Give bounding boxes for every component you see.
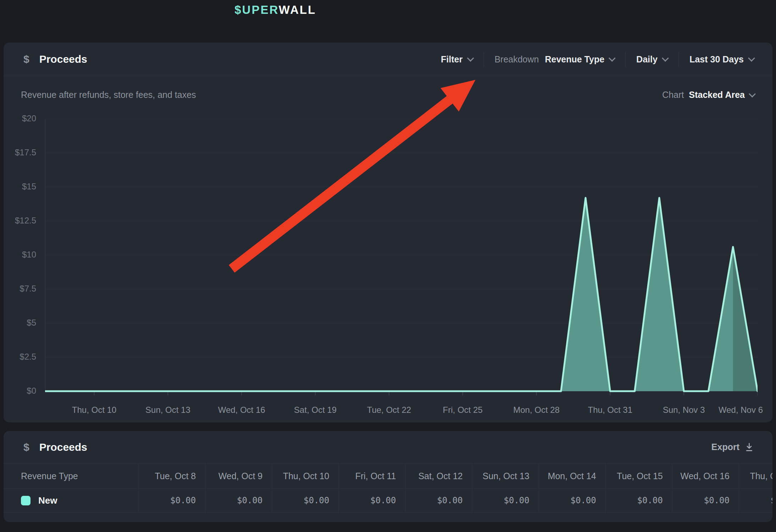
y-tick-label: $17.5: [4, 148, 36, 157]
chart-card-title: Proceeds: [39, 53, 87, 65]
x-tick-label: Wed, Oct 16: [218, 405, 265, 415]
x-tick-label: Thu, Oct 10: [72, 405, 116, 415]
interval-value: Daily: [636, 54, 657, 65]
x-tick-label: Sun, Nov 3: [663, 405, 705, 415]
date-range-value: Last 30 Days: [689, 54, 744, 65]
chart-controls: Filter Breakdown Revenue Type Daily Last…: [430, 52, 754, 67]
date-column-header: Tue, Oct 8: [138, 464, 205, 488]
chevron-down-icon: [609, 55, 616, 62]
top-bar: $UPERWALL: [0, 0, 776, 43]
breakdown-dropdown[interactable]: Breakdown Revenue Type: [484, 54, 626, 65]
table-card-title: Proceeds: [39, 441, 87, 453]
chart-type-value: Stacked Area: [689, 90, 745, 100]
table-card-header: $ Proceeds Export: [4, 431, 772, 464]
logo-accent-text: $UPER: [235, 3, 279, 16]
row-label-cell: New: [4, 489, 138, 512]
date-column-header: Wed, Oct 16: [672, 464, 739, 488]
x-tick-label: Fri, Oct 25: [443, 405, 483, 415]
chevron-down-icon: [749, 90, 756, 98]
date-column-header: Thu, Oct 10: [272, 464, 339, 488]
y-tick-label: $7.5: [4, 284, 36, 294]
x-tick-label: Wed, Nov 6: [719, 405, 763, 415]
date-range-dropdown[interactable]: Last 30 Days: [679, 54, 754, 65]
date-column-header: Sat, Oct 12: [405, 464, 472, 488]
interval-dropdown[interactable]: Daily: [626, 54, 678, 65]
x-tick-label: Sun, Oct 13: [145, 405, 191, 415]
logo-rest-text: WALL: [279, 3, 316, 16]
chart-card-header: $ Proceeds Filter Breakdown Revenue Type…: [4, 43, 772, 76]
date-column-header: Wed, Oct 9: [205, 464, 272, 488]
chart-subtitle: Revenue after refunds, store fees, and t…: [21, 90, 196, 100]
y-tick-label: $0: [4, 386, 36, 396]
dollar-icon: $: [23, 53, 29, 65]
chart-type-label: Chart: [662, 90, 684, 100]
value-cell: $0.00: [539, 489, 605, 512]
value-cell: $0.00: [605, 489, 672, 512]
value-cell: $0.00: [739, 489, 772, 512]
value-cell: $0.00: [339, 489, 405, 512]
filter-dropdown[interactable]: Filter: [430, 54, 484, 65]
date-column-header: Fri, Oct 11: [339, 464, 405, 488]
date-column-header: Mon, Oct 14: [539, 464, 605, 488]
breakdown-value: Revenue Type: [545, 54, 605, 65]
chart-type-dropdown[interactable]: Chart Stacked Area: [662, 90, 755, 100]
filter-label: Filter: [441, 54, 463, 65]
x-tick-label: Mon, Oct 28: [513, 405, 560, 415]
legend-swatch: [21, 496, 31, 505]
date-column-header: Sun, Oct 13: [472, 464, 539, 488]
value-cell: $0.00: [138, 489, 205, 512]
revenue-type-column-header: Revenue Type: [4, 464, 138, 488]
table-data-row: New $0.00$0.00$0.00$0.00$0.00$0.00$0.00$…: [4, 489, 772, 512]
x-tick-label: Tue, Oct 22: [367, 405, 411, 415]
value-cell: $0.00: [672, 489, 739, 512]
proceeds-chart-card: $ Proceeds Filter Breakdown Revenue Type…: [4, 43, 772, 422]
date-column-header: Tue, Oct 15: [605, 464, 672, 488]
x-tick-label: Thu, Oct 31: [588, 405, 632, 415]
chevron-down-icon: [467, 55, 474, 62]
export-label: Export: [711, 442, 739, 452]
y-tick-label: $20: [4, 113, 36, 123]
x-tick-label: Sat, Oct 19: [294, 405, 337, 415]
superwall-logo: $UPERWALL: [235, 3, 316, 17]
chevron-down-icon: [662, 55, 669, 62]
value-cell: $0.00: [405, 489, 472, 512]
y-tick-label: $5: [4, 318, 36, 328]
chevron-down-icon: [748, 55, 755, 62]
dollar-icon: $: [23, 441, 29, 453]
y-tick-label: $10: [4, 250, 36, 260]
y-tick-label: $12.5: [4, 216, 36, 226]
proceeds-table-card: $ Proceeds Export Revenue Type Tue, Oct …: [4, 431, 772, 522]
value-cell: $0.00: [205, 489, 272, 512]
y-tick-label: $2.5: [4, 352, 36, 362]
date-column-header: Thu, Oct 17: [739, 464, 772, 488]
plot-area: [45, 119, 758, 396]
export-button[interactable]: Export: [711, 442, 754, 452]
download-icon: [744, 442, 754, 452]
breakdown-label: Breakdown: [495, 54, 539, 65]
row-label: New: [38, 495, 57, 506]
table-header-row: Revenue Type Tue, Oct 8Wed, Oct 9Thu, Oc…: [4, 464, 772, 489]
value-cell: $0.00: [472, 489, 539, 512]
value-cell: $0.00: [272, 489, 339, 512]
y-tick-label: $15: [4, 182, 36, 192]
